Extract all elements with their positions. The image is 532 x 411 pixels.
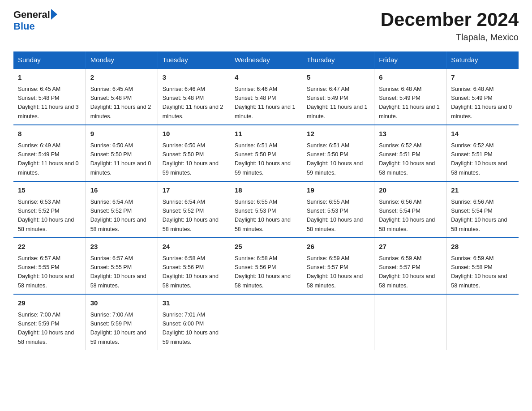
calendar-week-row: 15 Sunrise: 6:53 AMSunset: 5:52 PMDaylig… xyxy=(13,181,519,238)
day-info: Sunrise: 6:59 AMSunset: 5:57 PMDaylight:… xyxy=(307,255,363,289)
day-number: 22 xyxy=(18,242,81,252)
day-of-week-header: Tuesday xyxy=(158,51,230,68)
day-info: Sunrise: 6:56 AMSunset: 5:54 PMDaylight:… xyxy=(379,199,435,232)
day-number: 27 xyxy=(379,242,442,252)
calendar-week-row: 29 Sunrise: 7:00 AMSunset: 5:59 PMDaylig… xyxy=(13,294,519,350)
logo-general-text: General xyxy=(13,9,50,21)
day-number: 5 xyxy=(307,73,369,83)
day-of-week-header: Friday xyxy=(374,51,446,68)
calendar-week-row: 22 Sunrise: 6:57 AMSunset: 5:55 PMDaylig… xyxy=(13,238,519,294)
calendar-cell xyxy=(302,294,374,350)
day-info: Sunrise: 6:57 AMSunset: 5:55 PMDaylight:… xyxy=(90,255,146,289)
day-number: 19 xyxy=(307,185,369,196)
calendar-cell: 15 Sunrise: 6:53 AMSunset: 5:52 PMDaylig… xyxy=(13,181,86,238)
day-number: 25 xyxy=(235,242,297,252)
calendar-cell: 12 Sunrise: 6:51 AMSunset: 5:50 PMDaylig… xyxy=(302,125,374,181)
day-info: Sunrise: 6:50 AMSunset: 5:50 PMDaylight:… xyxy=(163,142,219,176)
page-subtitle: Tlapala, Mexico xyxy=(381,32,519,43)
day-number: 8 xyxy=(18,129,81,139)
calendar-cell: 24 Sunrise: 6:58 AMSunset: 5:56 PMDaylig… xyxy=(158,238,230,294)
logo-arrow-icon xyxy=(51,9,57,20)
day-info: Sunrise: 6:55 AMSunset: 5:53 PMDaylight:… xyxy=(307,199,363,232)
day-info: Sunrise: 6:48 AMSunset: 5:49 PMDaylight:… xyxy=(451,86,512,120)
calendar-cell: 5 Sunrise: 6:47 AMSunset: 5:49 PMDayligh… xyxy=(302,68,374,125)
day-number: 12 xyxy=(307,129,369,139)
calendar-cell: 17 Sunrise: 6:54 AMSunset: 5:52 PMDaylig… xyxy=(158,181,230,238)
day-of-week-header: Monday xyxy=(86,51,158,68)
day-info: Sunrise: 6:47 AMSunset: 5:49 PMDaylight:… xyxy=(307,86,368,120)
calendar-cell: 18 Sunrise: 6:55 AMSunset: 5:53 PMDaylig… xyxy=(230,181,302,238)
day-number: 23 xyxy=(90,242,153,252)
calendar-table: SundayMondayTuesdayWednesdayThursdayFrid… xyxy=(13,51,519,350)
day-info: Sunrise: 6:52 AMSunset: 5:51 PMDaylight:… xyxy=(379,142,435,176)
calendar-cell: 22 Sunrise: 6:57 AMSunset: 5:55 PMDaylig… xyxy=(13,238,86,294)
day-number: 3 xyxy=(163,73,225,83)
logo: General Blue xyxy=(13,9,57,32)
day-number: 14 xyxy=(451,129,514,139)
day-info: Sunrise: 6:46 AMSunset: 5:48 PMDaylight:… xyxy=(235,86,296,120)
logo-blue-text: Blue xyxy=(13,21,57,32)
day-number: 10 xyxy=(163,129,225,139)
day-number: 20 xyxy=(379,185,442,196)
calendar-cell: 25 Sunrise: 6:58 AMSunset: 5:56 PMDaylig… xyxy=(230,238,302,294)
day-of-week-header: Sunday xyxy=(13,51,86,68)
day-info: Sunrise: 6:59 AMSunset: 5:58 PMDaylight:… xyxy=(451,255,507,289)
day-info: Sunrise: 6:56 AMSunset: 5:54 PMDaylight:… xyxy=(451,199,507,232)
day-number: 21 xyxy=(451,185,514,196)
day-number: 26 xyxy=(307,242,369,252)
page-title: December 2024 xyxy=(381,9,519,30)
day-number: 2 xyxy=(90,73,153,83)
day-info: Sunrise: 6:57 AMSunset: 5:55 PMDaylight:… xyxy=(18,255,74,289)
day-info: Sunrise: 6:58 AMSunset: 5:56 PMDaylight:… xyxy=(235,255,291,289)
calendar-cell: 10 Sunrise: 6:50 AMSunset: 5:50 PMDaylig… xyxy=(158,125,230,181)
title-block: December 2024 Tlapala, Mexico xyxy=(381,9,519,43)
calendar-cell: 27 Sunrise: 6:59 AMSunset: 5:57 PMDaylig… xyxy=(374,238,446,294)
day-number: 28 xyxy=(451,242,514,252)
calendar-cell: 19 Sunrise: 6:55 AMSunset: 5:53 PMDaylig… xyxy=(302,181,374,238)
day-info: Sunrise: 7:01 AMSunset: 6:00 PMDaylight:… xyxy=(163,312,219,345)
day-number: 18 xyxy=(235,185,297,196)
calendar-cell: 13 Sunrise: 6:52 AMSunset: 5:51 PMDaylig… xyxy=(374,125,446,181)
day-number: 30 xyxy=(90,298,153,308)
day-info: Sunrise: 7:00 AMSunset: 5:59 PMDaylight:… xyxy=(90,312,146,345)
day-number: 24 xyxy=(163,242,225,252)
day-info: Sunrise: 6:49 AMSunset: 5:49 PMDaylight:… xyxy=(18,142,79,176)
day-number: 29 xyxy=(18,298,81,308)
calendar-cell: 29 Sunrise: 7:00 AMSunset: 5:59 PMDaylig… xyxy=(13,294,86,350)
day-number: 11 xyxy=(235,129,297,139)
day-info: Sunrise: 6:54 AMSunset: 5:52 PMDaylight:… xyxy=(163,199,219,232)
calendar-cell: 8 Sunrise: 6:49 AMSunset: 5:49 PMDayligh… xyxy=(13,125,86,181)
calendar-cell: 7 Sunrise: 6:48 AMSunset: 5:49 PMDayligh… xyxy=(446,68,519,125)
calendar-cell: 16 Sunrise: 6:54 AMSunset: 5:52 PMDaylig… xyxy=(86,181,158,238)
day-number: 16 xyxy=(90,185,153,196)
calendar-cell: 23 Sunrise: 6:57 AMSunset: 5:55 PMDaylig… xyxy=(86,238,158,294)
day-info: Sunrise: 6:46 AMSunset: 5:48 PMDaylight:… xyxy=(163,86,223,120)
calendar-cell: 30 Sunrise: 7:00 AMSunset: 5:59 PMDaylig… xyxy=(86,294,158,350)
day-of-week-header: Thursday xyxy=(302,51,374,68)
day-info: Sunrise: 7:00 AMSunset: 5:59 PMDaylight:… xyxy=(18,312,74,345)
calendar-week-row: 8 Sunrise: 6:49 AMSunset: 5:49 PMDayligh… xyxy=(13,125,519,181)
day-number: 7 xyxy=(451,73,514,83)
calendar-cell xyxy=(446,294,519,350)
day-info: Sunrise: 6:48 AMSunset: 5:49 PMDaylight:… xyxy=(379,86,440,120)
day-info: Sunrise: 6:45 AMSunset: 5:48 PMDaylight:… xyxy=(18,86,79,120)
calendar-cell: 1 Sunrise: 6:45 AMSunset: 5:48 PMDayligh… xyxy=(13,68,86,125)
calendar-cell: 2 Sunrise: 6:45 AMSunset: 5:48 PMDayligh… xyxy=(86,68,158,125)
day-info: Sunrise: 6:53 AMSunset: 5:52 PMDaylight:… xyxy=(18,199,74,232)
day-number: 1 xyxy=(18,73,81,83)
day-number: 31 xyxy=(163,298,225,308)
day-info: Sunrise: 6:51 AMSunset: 5:50 PMDaylight:… xyxy=(235,142,291,176)
day-number: 13 xyxy=(379,129,442,139)
day-info: Sunrise: 6:54 AMSunset: 5:52 PMDaylight:… xyxy=(90,199,146,232)
calendar-cell xyxy=(374,294,446,350)
page-header: General Blue December 2024 Tlapala, Mexi… xyxy=(13,9,519,43)
day-info: Sunrise: 6:50 AMSunset: 5:50 PMDaylight:… xyxy=(90,142,151,176)
day-number: 4 xyxy=(235,73,297,83)
day-of-week-header: Wednesday xyxy=(230,51,302,68)
calendar-cell: 26 Sunrise: 6:59 AMSunset: 5:57 PMDaylig… xyxy=(302,238,374,294)
calendar-cell: 20 Sunrise: 6:56 AMSunset: 5:54 PMDaylig… xyxy=(374,181,446,238)
calendar-cell: 9 Sunrise: 6:50 AMSunset: 5:50 PMDayligh… xyxy=(86,125,158,181)
calendar-cell: 11 Sunrise: 6:51 AMSunset: 5:50 PMDaylig… xyxy=(230,125,302,181)
day-info: Sunrise: 6:59 AMSunset: 5:57 PMDaylight:… xyxy=(379,255,435,289)
day-info: Sunrise: 6:52 AMSunset: 5:51 PMDaylight:… xyxy=(451,142,507,176)
